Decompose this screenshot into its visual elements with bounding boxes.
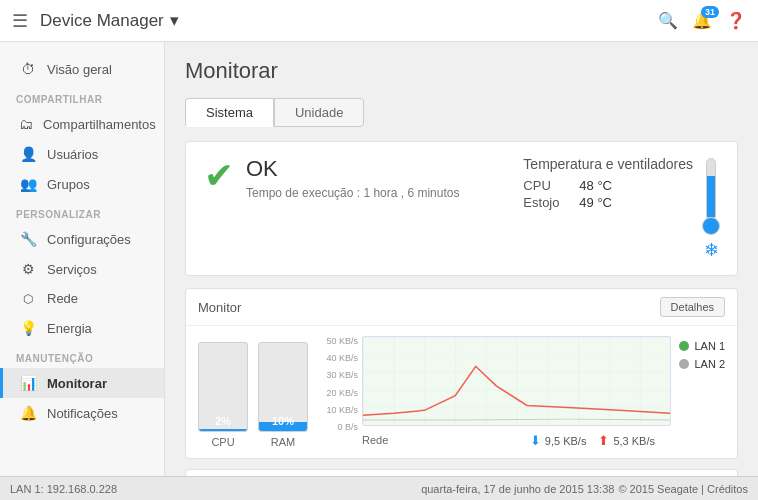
- sidebar-item-notificacoes[interactable]: 🔔 Notificações: [0, 398, 164, 428]
- footer-copyright: © 2015 Seagate | Créditos: [618, 483, 748, 495]
- sidebar-label-monitorar: Monitorar: [47, 376, 107, 391]
- help-icon[interactable]: ❓: [726, 11, 746, 30]
- bell-icon: 🔔: [19, 405, 37, 421]
- net-stats: ⬇ 9,5 KB/s ⬆ 5,3 KB/s: [530, 433, 655, 448]
- cpu-label: CPU: [211, 436, 234, 448]
- ok-label: OK: [246, 156, 459, 182]
- search-icon[interactable]: 🔍: [658, 11, 678, 30]
- y-label-20: 20 KB/s: [320, 388, 358, 398]
- chart-area: 50 KB/s 40 KB/s 30 KB/s 20 KB/s 10 KB/s …: [320, 336, 725, 448]
- sidebar-label-visao-geral: Visão geral: [47, 62, 112, 77]
- chevron-down-icon: ▾: [170, 10, 179, 31]
- y-label-0: 0 B/s: [320, 422, 358, 432]
- net-up-value: 5,3 KB/s: [613, 435, 655, 447]
- user-icon: 👤: [19, 146, 37, 162]
- ram-bar-item: 10% RAM: [258, 342, 308, 448]
- sidebar-item-configuracoes[interactable]: 🔧 Configurações: [0, 224, 164, 254]
- folder-icon: 🗂: [19, 116, 33, 132]
- ram-bar-container: 10%: [258, 342, 308, 432]
- chart-legend: LAN 1 LAN 2: [671, 336, 725, 370]
- wrench-icon: 🔧: [19, 231, 37, 247]
- chart-x-label: Rede: [362, 434, 388, 446]
- sidebar-item-servicos[interactable]: ⚙ Serviços: [0, 254, 164, 284]
- monitor-title: Monitor: [198, 300, 241, 315]
- sidebar-label-notificacoes: Notificações: [47, 406, 118, 421]
- header-actions: 🔍 🔔 31 ❓: [658, 11, 746, 30]
- gear-icon: ⚙: [19, 261, 37, 277]
- clock-icon: ⏱: [19, 61, 37, 77]
- layout: ⏱ Visão geral COMPARTILHAR 🗂 Compartilha…: [0, 42, 758, 476]
- monitor-icon: 📊: [19, 375, 37, 391]
- footer-datetime: quarta-feira, 17 de junho de 2015 13:38: [421, 483, 614, 495]
- sidebar-item-compartilhamentos[interactable]: 🗂 Compartilhamentos: [0, 109, 164, 139]
- y-label-40: 40 KB/s: [320, 353, 358, 363]
- sidebar-item-rede[interactable]: ⬡ Rede: [0, 284, 164, 313]
- temp-estojo-label: Estojo: [523, 195, 573, 210]
- temp-cpu-row: CPU 48 °C: [523, 178, 693, 193]
- lan2-dot: [679, 359, 689, 369]
- tabs: Sistema Unidade: [185, 98, 738, 127]
- cpu-bar-container: 2%: [198, 342, 248, 432]
- sidebar-item-monitorar[interactable]: 📊 Monitorar: [0, 368, 164, 398]
- notification-badge: 31: [701, 6, 719, 18]
- sidebar-section-personalizar: PERSONALIZAR: [0, 199, 164, 224]
- monitor-body: 2% CPU 10% RAM: [186, 326, 737, 458]
- snowflake-icon: ❄: [704, 239, 719, 261]
- cpu-bar-fill: [199, 429, 247, 431]
- cpu-bar-item: 2% CPU: [198, 342, 248, 448]
- sidebar-label-configuracoes: Configurações: [47, 232, 131, 247]
- download-icon: ⬇: [530, 433, 541, 448]
- tab-unidade[interactable]: Unidade: [274, 98, 364, 127]
- sidebar-item-energia[interactable]: 💡 Energia: [0, 313, 164, 343]
- processo-card: Processo Detalhes: [185, 469, 738, 476]
- status-card: ✔ OK Tempo de execução : 1 hora , 6 minu…: [185, 141, 738, 276]
- page-title: Monitorar: [185, 58, 738, 84]
- main-content: Monitorar Sistema Unidade ✔ OK Tempo de …: [165, 42, 758, 476]
- header: ☰ Device Manager ▾ 🔍 🔔 31 ❓: [0, 0, 758, 42]
- uptime-text: Tempo de execução : 1 hora , 6 minutos: [246, 186, 459, 200]
- sidebar-label-grupos: Grupos: [47, 177, 90, 192]
- lan1-dot: [679, 341, 689, 351]
- therm-bulb: [702, 217, 720, 235]
- y-label-30: 30 KB/s: [320, 370, 358, 380]
- temp-estojo-value: 49 °C: [579, 195, 612, 210]
- bar-charts: 2% CPU 10% RAM: [198, 342, 308, 448]
- upload-icon: ⬆: [598, 433, 609, 448]
- footer: LAN 1: 192.168.0.228 quarta-feira, 17 de…: [0, 476, 758, 500]
- cpu-pct-label: 2%: [199, 415, 247, 427]
- monitor-card: Monitor Detalhes 2% CPU: [185, 288, 738, 459]
- footer-right: quarta-feira, 17 de junho de 2015 13:38 …: [421, 483, 748, 495]
- sidebar-label-energia: Energia: [47, 321, 92, 336]
- net-upload-stat: ⬆ 5,3 KB/s: [598, 433, 655, 448]
- sidebar-label-servicos: Serviços: [47, 262, 97, 277]
- temp-details: Temperatura e ventiladores CPU 48 °C Est…: [523, 156, 693, 261]
- tab-sistema[interactable]: Sistema: [185, 98, 274, 127]
- notification-icon[interactable]: 🔔 31: [692, 11, 712, 30]
- energy-icon: 💡: [19, 320, 37, 336]
- temperature-section: Temperatura e ventiladores CPU 48 °C Est…: [523, 156, 719, 261]
- processo-header: Processo Detalhes: [186, 470, 737, 476]
- thermometer: ❄: [703, 158, 719, 261]
- group-icon: 👥: [19, 176, 37, 192]
- menu-icon[interactable]: ☰: [12, 10, 28, 32]
- network-chart: [362, 336, 671, 426]
- sidebar-item-usuarios[interactable]: 👤 Usuários: [0, 139, 164, 169]
- ram-label: RAM: [271, 436, 295, 448]
- sidebar-item-visao-geral[interactable]: ⏱ Visão geral: [0, 54, 164, 84]
- temp-title: Temperatura e ventiladores: [523, 156, 693, 172]
- sidebar-item-grupos[interactable]: 👥 Grupos: [0, 169, 164, 199]
- footer-lan: LAN 1: 192.168.0.228: [10, 483, 117, 495]
- temp-estojo-row: Estojo 49 °C: [523, 195, 693, 210]
- check-icon: ✔: [204, 158, 234, 194]
- net-download-stat: ⬇ 9,5 KB/s: [530, 433, 587, 448]
- monitor-header: Monitor Detalhes: [186, 289, 737, 326]
- therm-bar: [706, 158, 716, 218]
- legend-lan2: LAN 2: [679, 358, 725, 370]
- monitor-details-button[interactable]: Detalhes: [660, 297, 725, 317]
- y-label-10: 10 KB/s: [320, 405, 358, 415]
- status-text: OK Tempo de execução : 1 hora , 6 minuto…: [246, 156, 459, 200]
- sidebar-label-compartilhamentos: Compartilhamentos: [43, 117, 156, 132]
- lan1-label: LAN 1: [694, 340, 725, 352]
- app-title-text: Device Manager: [40, 11, 164, 31]
- temp-cpu-label: CPU: [523, 178, 573, 193]
